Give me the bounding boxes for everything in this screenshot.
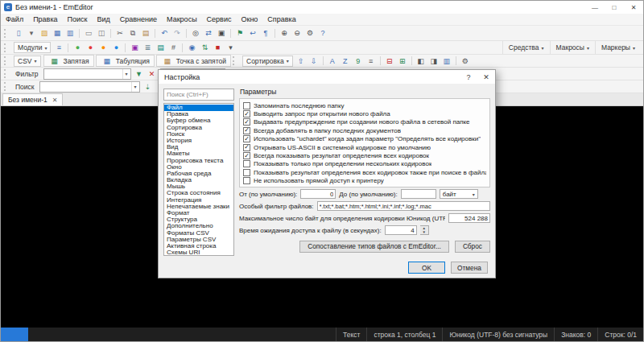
modules-options-icon[interactable]: ▾	[225, 43, 236, 53]
checkbox[interactable]: ✓	[243, 135, 250, 142]
show-symbols-icon[interactable]: ¶	[260, 28, 271, 39]
from-input[interactable]	[300, 189, 336, 199]
sort-numeric-icon[interactable]: 9	[353, 56, 364, 66]
csv-delimiter-tab[interactable]: ▦ Табуляция	[96, 55, 155, 67]
toolbar-grip-icon[interactable]	[4, 82, 9, 91]
option-row[interactable]: ✓ Всегда добавлять в папку последних док…	[243, 126, 486, 134]
checkbox[interactable]: ✓	[243, 127, 250, 134]
word-count-icon[interactable]: #	[167, 43, 179, 53]
settings-category-item[interactable]: Правка	[164, 111, 233, 117]
sort-ascending-icon[interactable]: ⇧	[295, 56, 307, 66]
panel-toggle-button[interactable]: Средства ▾	[502, 41, 550, 54]
option-row[interactable]: ✓ Открывать US-ASCII в системной кодиров…	[243, 143, 486, 151]
stop-icon[interactable]: ■	[212, 43, 223, 53]
menu-item[interactable]: Справка	[262, 14, 300, 25]
status-segment[interactable]: Текст	[336, 328, 366, 341]
browser-edge-icon[interactable]: ●	[110, 43, 122, 53]
settings-search-input[interactable]	[163, 89, 234, 101]
csv-delimiter-tab[interactable]: ▦ Запятая	[43, 55, 94, 67]
to-input[interactable]	[401, 189, 436, 199]
option-row[interactable]: ✓ Показывать результат определения всех …	[243, 168, 486, 176]
option-row[interactable]: ✓ Всегда показывать результат определени…	[243, 151, 486, 159]
settings-category-item[interactable]: Буфер обмена	[164, 117, 233, 124]
copy-icon[interactable]: ⧉	[127, 28, 138, 39]
toolbar-grip-icon[interactable]	[4, 29, 9, 38]
option-row[interactable]: ✓ Запоминать последнюю папку	[243, 101, 486, 109]
web-preview-icon[interactable]: ◉	[186, 43, 197, 53]
settings-category-item[interactable]: Сортировка	[164, 125, 233, 131]
zoom-in-icon[interactable]: ⊕	[279, 28, 290, 39]
menu-item[interactable]: Поиск	[63, 14, 93, 25]
minimize-button[interactable]: —	[585, 1, 605, 14]
menu-item[interactable]: Сервис	[202, 14, 237, 25]
settings-category-item[interactable]: Активная строка	[164, 243, 233, 249]
checkbox[interactable]: ✓	[243, 102, 250, 109]
settings-category-item[interactable]: Непечатаемые знаки	[164, 204, 233, 210]
checkbox[interactable]: ✓	[243, 144, 250, 151]
sort-za-icon[interactable]: Z	[340, 56, 351, 66]
settings-category-item[interactable]: Структура	[164, 216, 233, 223]
find-icon[interactable]: ◎	[190, 28, 201, 39]
checkbox[interactable]: ✓	[243, 169, 250, 176]
checkbox[interactable]: ✓	[243, 177, 250, 184]
settings-category-item[interactable]: Окно	[164, 164, 233, 171]
status-segment[interactable]: строка 1, столбец 1	[366, 328, 442, 341]
cancel-button[interactable]: Отмена	[451, 262, 488, 274]
new-file-icon[interactable]: ▯	[13, 28, 24, 39]
settings-category-item[interactable]: Схемы URI	[164, 249, 233, 256]
sort-dropdown[interactable]: Сортировка ▾	[242, 56, 293, 67]
option-row[interactable]: ✓ Выдавать предупреждение при создании н…	[243, 118, 486, 126]
replace-icon[interactable]: ⇄	[203, 28, 214, 39]
csv-mode-dropdown[interactable]: CSV ▾	[14, 56, 41, 67]
status-segment[interactable]: Строк: 0/1	[597, 328, 643, 341]
redo-icon[interactable]: ↷	[171, 28, 183, 39]
find-in-files-icon[interactable]: ▣	[216, 28, 227, 39]
checkbox[interactable]: ✓	[243, 118, 250, 126]
maximize-button[interactable]: □	[605, 1, 624, 14]
dialog-help-button[interactable]: ?	[460, 70, 477, 84]
tab-close-icon[interactable]: ✕	[52, 97, 58, 104]
search-next-icon[interactable]: ⇣	[142, 81, 154, 92]
menu-item[interactable]: Вид	[93, 14, 115, 25]
csv-delimiter-tab[interactable]: ▦ Точка с запятой	[156, 55, 231, 67]
file-filter-input[interactable]	[317, 201, 490, 211]
settings-category-item[interactable]: Дополнительно	[164, 223, 233, 229]
sort-az-icon[interactable]: A	[327, 56, 338, 66]
modules-dropdown[interactable]: Модули ▾	[14, 42, 51, 53]
combine-lines-icon[interactable]: ⊞	[397, 56, 408, 66]
bookmark-icon[interactable]: ⚑	[234, 28, 246, 39]
paste-icon[interactable]: ▤	[140, 28, 151, 39]
sort-descending-icon[interactable]: ⇩	[308, 56, 320, 66]
settings-category-item[interactable]: Макеты	[164, 150, 233, 157]
menu-item[interactable]: Правка	[28, 14, 62, 25]
settings-icon[interactable]: ⚙	[304, 28, 316, 39]
delete-duplicates-icon[interactable]: ⊟	[384, 56, 395, 66]
option-row[interactable]: ✓ Использовать "uchardet" когда задан па…	[243, 135, 486, 143]
help-icon[interactable]: ?	[317, 28, 328, 39]
option-row[interactable]: ✓ Выводить запрос при открытии нового фа…	[243, 109, 486, 117]
sync-icon[interactable]: ⇅	[199, 43, 210, 53]
projects-icon[interactable]: ▤	[155, 43, 166, 53]
toolbar-grip-icon[interactable]	[4, 43, 9, 52]
column-right-icon[interactable]: ◨	[428, 56, 440, 66]
close-button[interactable]: ✕	[624, 1, 643, 14]
settings-category-item[interactable]: Интеграция	[164, 197, 233, 204]
toolbar-grip-icon[interactable]	[4, 69, 9, 78]
settings-category-item[interactable]: Мышь	[164, 183, 233, 190]
status-segment[interactable]: Юникод (UTF-8) без сигнатуры	[442, 328, 554, 341]
settings-category-item[interactable]: Рабочая среда	[164, 171, 233, 177]
filter-input[interactable]: ▾	[43, 68, 131, 80]
checkbox[interactable]: ✓	[243, 110, 250, 117]
browser-firefox-icon[interactable]: ●	[97, 43, 109, 53]
save-all-icon[interactable]: ▥	[64, 28, 76, 39]
document-tab[interactable]: Без имени-1 ✕	[2, 93, 63, 105]
menu-item[interactable]: Макросы	[162, 14, 202, 25]
html-bar-icon[interactable]: ≡	[53, 43, 64, 53]
filter-clear-icon[interactable]: ✕	[147, 68, 158, 79]
freeze-columns-icon[interactable]: ▥	[441, 56, 452, 66]
settings-category-item[interactable]: Вид	[164, 144, 233, 150]
option-row[interactable]: ✓ Показывать только при определении неск…	[243, 160, 486, 168]
toolbar-grip-icon[interactable]	[4, 56, 9, 65]
menu-item[interactable]: Окно	[236, 14, 262, 25]
csv-options-icon[interactable]: ⚙	[460, 56, 471, 66]
